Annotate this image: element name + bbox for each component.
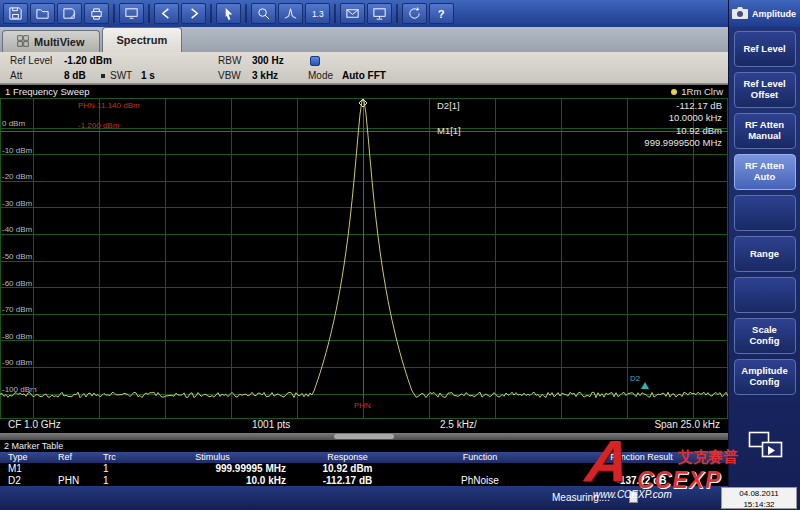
- marker-stimulus: 10.0 kHz: [135, 475, 290, 487]
- marker-table-window: 2 Marker Table Type Ref Trc Stimulus Res…: [0, 440, 728, 486]
- y-axis-label: -90 dBm: [2, 358, 33, 367]
- status-bar: Measuring....: [0, 486, 728, 510]
- print-icon[interactable]: [84, 3, 109, 24]
- table-row[interactable]: M1 1 999.99995 MHz 10.92 dBm: [0, 463, 728, 475]
- sweep-points-label: 1001 pts: [252, 419, 290, 430]
- marker-d2-symbol[interactable]: [641, 382, 649, 389]
- vbw-label: VBW: [218, 70, 241, 81]
- softkey-list: Ref Level Ref Level Offset RF Atten Manu…: [729, 27, 800, 395]
- softkey-ref-level[interactable]: Ref Level: [734, 31, 796, 67]
- open-folder-icon[interactable]: [30, 3, 55, 24]
- softkey-rf-atten-auto[interactable]: RF Atten Auto: [734, 154, 796, 190]
- graph-footer: CF 1.0 GHz 1001 pts 2.5 kHz/ Span 25.0 k…: [0, 418, 728, 433]
- readout-m1-value: 10.92 dBm: [676, 125, 722, 136]
- sync-icon[interactable]: [402, 3, 427, 24]
- mail-icon[interactable]: [340, 3, 365, 24]
- softkey-amplitude-config[interactable]: Amplitude Config: [734, 359, 796, 395]
- ref-level-line-label: -1.200 dBm: [78, 121, 120, 130]
- coupling-icon: [310, 56, 320, 66]
- toolbar: 1.3 ?: [0, 0, 728, 27]
- toolbar-separator: [113, 4, 115, 23]
- trace-indicator-label: 1Rm Clrw: [681, 86, 723, 97]
- readout-d2-freq: 10.0000 kHz: [669, 112, 723, 123]
- screenshot-icon[interactable]: [119, 3, 144, 24]
- softkey-scale-config[interactable]: Scale Config: [734, 318, 796, 354]
- tab-multiview-label: MultiView: [34, 36, 85, 48]
- toolbar-separator: [148, 4, 150, 23]
- window-title: 1 Frequency Sweep: [5, 86, 90, 97]
- progress-indicator-icon: [629, 491, 638, 503]
- mouse-pointer-icon[interactable]: [216, 3, 241, 24]
- col-function: Function: [405, 452, 555, 463]
- marker-trc: 1: [95, 475, 135, 487]
- marker-ref: PHN: [50, 475, 95, 487]
- tab-spectrum-label: Spectrum: [117, 34, 168, 46]
- spectrum-analyzer-app: 1.3 ? MultiView Spectrum Ref Level -1.20…: [0, 0, 800, 510]
- phn-axis-label: PHN: [354, 401, 371, 410]
- remote-display-icon[interactable]: [367, 3, 392, 24]
- splitter-handle-icon[interactable]: [334, 434, 394, 439]
- ref-level-value[interactable]: -1.20 dBm: [64, 55, 112, 66]
- save-as-icon[interactable]: [57, 3, 82, 24]
- vbw-value[interactable]: 3 kHz: [252, 70, 278, 81]
- softkey-blank-2[interactable]: [734, 277, 796, 313]
- center-frequency-label[interactable]: CF 1.0 GHz: [8, 419, 61, 430]
- graph-frame: [1, 99, 728, 419]
- y-axis-label: -30 dBm: [2, 199, 33, 208]
- spectrum-graph: 0 dBm-10 dBm-20 dBm-30 dBm-40 dBm-50 dBm…: [0, 98, 728, 419]
- y-axis-label: -20 dBm: [2, 172, 33, 181]
- save-icon[interactable]: [3, 3, 28, 24]
- table-row[interactable]: D2 PHN 1 10.0 kHz -112.17 dB PhNoise -13…: [0, 475, 728, 487]
- att-value[interactable]: 8 dB: [64, 70, 86, 81]
- readout-m1-freq: 999.9999500 MHz: [644, 137, 722, 148]
- y-axis-label: -50 dBm: [2, 252, 33, 261]
- tab-spectrum[interactable]: Spectrum: [102, 27, 183, 52]
- softkey-range[interactable]: Range: [734, 236, 796, 272]
- span-label[interactable]: Span 25.0 kHz: [654, 419, 720, 430]
- peak-search-icon[interactable]: [278, 3, 303, 24]
- frequency-sweep-window: 1 Frequency Sweep 1Rm Clrw 0 dBm-10 dBm-…: [0, 84, 728, 433]
- ref-level-label: Ref Level: [10, 55, 52, 66]
- rbw-value[interactable]: 300 Hz: [252, 55, 284, 66]
- sidebar-header: Amplitude: [729, 0, 800, 27]
- zoom-icon[interactable]: [251, 3, 276, 24]
- y-axis-label: -80 dBm: [2, 332, 33, 341]
- softkey-ref-level-offset[interactable]: Ref Level Offset: [734, 72, 796, 108]
- sidebar-title: Amplitude: [752, 9, 796, 19]
- softkey-blank-1[interactable]: [734, 195, 796, 231]
- tab-multiview[interactable]: MultiView: [2, 30, 100, 52]
- swt-bullet-icon: [101, 74, 105, 78]
- swt-label: SWT: [110, 70, 132, 81]
- marker-table-header: Type Ref Trc Stimulus Response Function …: [0, 452, 728, 463]
- readout-m1-name: M1[1]: [437, 125, 461, 136]
- marker-function: PhNoise: [405, 475, 555, 487]
- window-splitter[interactable]: [0, 433, 728, 440]
- mode-value[interactable]: Auto FFT: [342, 70, 386, 81]
- display-config-button[interactable]: [739, 427, 793, 463]
- forward-icon[interactable]: [181, 3, 206, 24]
- numeric-entry-icon[interactable]: 1.3: [305, 3, 330, 24]
- marker-type: M1: [0, 463, 50, 475]
- col-function-result: Function Result: [555, 452, 728, 463]
- trace-indicator[interactable]: 1Rm Clrw: [671, 86, 723, 97]
- y-axis-label: -60 dBm: [2, 279, 33, 288]
- col-response: Response: [290, 452, 405, 463]
- readout-d2-value: -112.17 dB: [676, 100, 722, 111]
- help-icon[interactable]: ?: [429, 3, 454, 24]
- trace-color-dot-icon: [671, 89, 677, 95]
- toolbar-separator: [245, 4, 247, 23]
- marker-response: 10.92 dBm: [290, 463, 405, 475]
- softkey-sidebar: Amplitude Ref Level Ref Level Offset RF …: [728, 0, 800, 510]
- display-config-icon: [748, 431, 784, 459]
- col-trc: Trc: [95, 452, 135, 463]
- marker-stimulus: 999.99995 MHz: [135, 463, 290, 475]
- mode-label: Mode: [308, 70, 333, 81]
- back-icon[interactable]: [154, 3, 179, 24]
- softkey-rf-atten-manual[interactable]: RF Atten Manual: [734, 113, 796, 149]
- camera-icon[interactable]: [731, 6, 749, 22]
- marker-table-title: 2 Marker Table: [0, 440, 728, 452]
- readout-d2-name: D2[1]: [437, 100, 460, 111]
- tab-bar: MultiView Spectrum: [0, 27, 728, 52]
- swt-value[interactable]: 1 s: [141, 70, 155, 81]
- att-label: Att: [10, 70, 22, 81]
